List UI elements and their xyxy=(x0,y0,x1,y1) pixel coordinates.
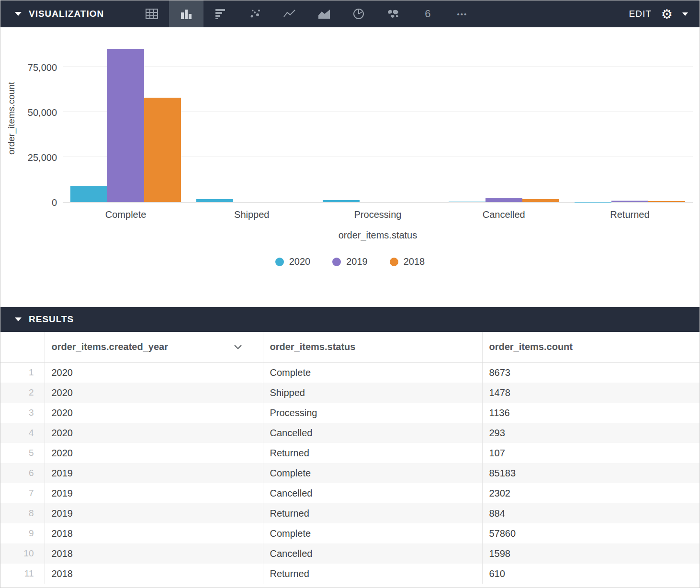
collapse-visualization-caret-icon[interactable] xyxy=(15,12,22,16)
gear-icon[interactable]: ⚙ xyxy=(661,8,673,21)
table-row[interactable]: 62019Complete85183 xyxy=(0,463,700,483)
created-year-cell[interactable]: 2020 xyxy=(45,362,263,383)
scatter-icon[interactable] xyxy=(238,0,272,27)
pie-chart-icon[interactable] xyxy=(341,0,376,27)
created-year-cell[interactable]: 2020 xyxy=(45,383,263,403)
legend-label-2018: 2018 xyxy=(404,256,425,267)
bar-group-returned xyxy=(567,34,693,202)
created-year-cell[interactable]: 2020 xyxy=(45,403,263,423)
line-chart-icon[interactable] xyxy=(272,0,307,27)
column-header-created-year[interactable]: order_items.created_year xyxy=(45,332,263,362)
count-cell[interactable]: 8673 xyxy=(482,362,700,383)
settings-caret-icon[interactable] xyxy=(682,12,688,16)
count-cell[interactable]: 2302 xyxy=(482,483,700,503)
count-cell[interactable]: 1598 xyxy=(482,543,700,564)
created-year-cell[interactable]: 2019 xyxy=(45,463,263,483)
row-number-cell: 3 xyxy=(0,403,45,423)
status-cell[interactable]: Cancelled xyxy=(263,423,482,443)
legend-dot-2018 xyxy=(390,258,398,266)
map-icon[interactable] xyxy=(376,0,410,27)
bar-2020-shipped[interactable] xyxy=(196,199,233,202)
bar-2019-returned[interactable] xyxy=(611,201,648,202)
bar-2018-cancelled[interactable] xyxy=(522,199,559,202)
table-row[interactable]: 82019Returned884 xyxy=(0,503,700,523)
bar-2019-cancelled[interactable] xyxy=(485,198,522,202)
status-cell[interactable]: Returned xyxy=(263,443,482,463)
count-cell[interactable]: 85183 xyxy=(482,463,700,483)
table-row[interactable]: 32020Processing1136 xyxy=(0,403,700,423)
legend-item-2018[interactable]: 2018 xyxy=(390,256,425,267)
status-cell[interactable]: Processing xyxy=(263,403,482,423)
table-row[interactable]: 52020Returned107 xyxy=(0,443,700,463)
visualization-header-left: VISUALIZATION xyxy=(0,9,104,19)
count-cell[interactable]: 610 xyxy=(482,564,700,584)
y-axis-title: order_items.count xyxy=(0,34,23,203)
table-row[interactable]: 12020Complete8673 xyxy=(0,362,700,383)
created-year-cell[interactable]: 2020 xyxy=(45,443,263,463)
table-row[interactable]: 72019Cancelled2302 xyxy=(0,483,700,503)
table-row[interactable]: 22020Shipped1478 xyxy=(0,383,700,403)
status-cell[interactable]: Cancelled xyxy=(263,543,482,564)
count-cell[interactable]: 884 xyxy=(482,503,700,523)
table-row[interactable]: 92018Complete57860 xyxy=(0,523,700,543)
bar-group-complete xyxy=(63,34,189,202)
count-cell[interactable]: 57860 xyxy=(482,523,700,543)
results-header: RESULTS xyxy=(0,307,700,332)
bar-2018-returned[interactable] xyxy=(648,201,685,202)
results-table-body: 12020Complete867322020Shipped147832020Pr… xyxy=(0,362,700,584)
bar-2020-cancelled[interactable] xyxy=(449,202,485,202)
table-row[interactable]: 112018Returned610 xyxy=(0,564,700,584)
status-cell[interactable]: Returned xyxy=(263,564,482,584)
table-row[interactable]: 102018Cancelled1598 xyxy=(0,543,700,564)
status-cell[interactable]: Returned xyxy=(263,503,482,523)
bar-2019-complete[interactable] xyxy=(107,49,144,202)
column-header-status[interactable]: order_items.status xyxy=(263,332,482,362)
bar-chart-icon[interactable] xyxy=(169,0,203,27)
count-cell[interactable]: 1136 xyxy=(482,403,700,423)
x-tick-label-complete: Complete xyxy=(63,209,189,220)
column-header-count[interactable]: order_items.count xyxy=(482,332,700,362)
edit-button[interactable]: EDIT xyxy=(629,9,652,19)
x-tick-label-processing: Processing xyxy=(315,209,440,220)
more-icon[interactable]: ••• xyxy=(445,0,479,27)
bars xyxy=(575,34,685,202)
table-row[interactable]: 42020Cancelled293 xyxy=(0,423,700,443)
count-cell[interactable]: 1478 xyxy=(482,383,700,403)
horizontal-bar-icon[interactable] xyxy=(203,0,238,27)
created-year-cell[interactable]: 2018 xyxy=(45,543,263,564)
x-axis-title: order_items.status xyxy=(63,230,693,241)
count-cell[interactable]: 107 xyxy=(482,443,700,463)
count-cell[interactable]: 293 xyxy=(482,423,700,443)
status-cell[interactable]: Cancelled xyxy=(263,483,482,503)
legend-item-2020[interactable]: 2020 xyxy=(275,256,311,267)
created-year-cell[interactable]: 2018 xyxy=(45,564,263,584)
sort-desc-chevron-icon[interactable] xyxy=(234,345,242,350)
status-cell[interactable]: Shipped xyxy=(263,383,482,403)
status-cell[interactable]: Complete xyxy=(263,362,482,383)
legend-dot-2019 xyxy=(332,258,341,266)
status-cell[interactable]: Complete xyxy=(263,523,482,543)
table-icon[interactable] xyxy=(135,0,169,27)
legend-item-2019[interactable]: 2019 xyxy=(332,256,368,267)
row-number-cell: 1 xyxy=(0,362,45,383)
created-year-cell[interactable]: 2019 xyxy=(45,483,263,503)
column-header-created-year-label: order_items.created_year xyxy=(52,341,168,352)
created-year-cell[interactable]: 2020 xyxy=(45,423,263,443)
created-year-cell[interactable]: 2019 xyxy=(45,503,263,523)
x-tick-label-returned: Returned xyxy=(567,209,693,220)
collapse-results-caret-icon[interactable] xyxy=(15,317,22,321)
area-chart-icon[interactable] xyxy=(307,0,341,27)
bar-2020-complete[interactable] xyxy=(70,186,107,202)
single-value-icon[interactable]: 6 xyxy=(410,0,445,27)
created-year-cell[interactable]: 2018 xyxy=(45,523,263,543)
bar-2020-processing[interactable] xyxy=(323,200,360,202)
y-tick-label: 75,000 xyxy=(23,62,57,73)
legend-label-2019: 2019 xyxy=(346,256,368,267)
legend-dot-2020 xyxy=(275,258,284,266)
more-label: ••• xyxy=(457,10,467,18)
row-number-cell: 8 xyxy=(0,503,45,523)
status-cell[interactable]: Complete xyxy=(263,463,482,483)
visualization-title: VISUALIZATION xyxy=(29,9,104,19)
row-number-cell: 2 xyxy=(0,383,45,403)
bar-2018-complete[interactable] xyxy=(144,98,181,202)
